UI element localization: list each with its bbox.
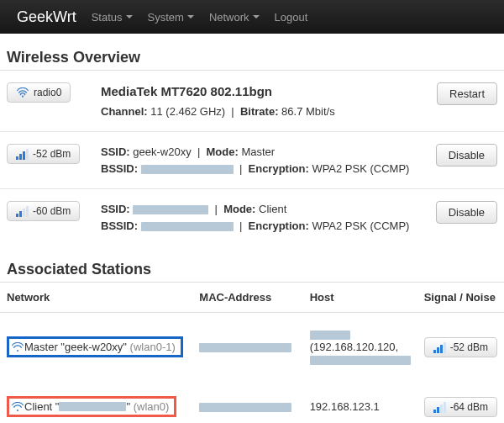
signal-bars-icon [16,148,29,160]
disable-button[interactable]: Disable [436,144,497,167]
net-suffix: " [126,400,130,413]
bssid-label: BSSID: [101,219,138,232]
navbar: GeekWrt Status System Network Logout [0,0,504,34]
signal-value: -52 dBm [33,148,71,160]
ssid-value: geek-w20xy [133,145,191,158]
network-cell-master[interactable]: Master "geek-w20xy" (wlan0-1) [7,336,183,357]
wifi-icon [11,402,24,412]
chevron-down-icon [187,15,194,19]
station-signal-client[interactable]: -64 dBm [424,397,497,417]
mode-label: Mode: [223,203,255,215]
radio0-label: radio0 [34,87,61,98]
radio-hw-row: radio0 MediaTek MT7620 802.11bgn Channel… [0,71,504,132]
net-prefix: Client " [24,400,59,413]
net-suffix: " [123,341,127,353]
svg-point-2 [17,409,18,410]
radio0-button[interactable]: radio0 [7,82,71,103]
signal-bars-icon [16,205,29,217]
channel-label: Channel: [101,105,148,118]
net-iface: (wlan0-1) [130,341,176,353]
station-signal-master[interactable]: -52 dBm [424,337,497,357]
net-iface: (wlan0) [134,400,170,413]
redacted-hostname [310,330,350,340]
station-signal-value: -64 dBm [450,401,488,413]
redacted-mac [199,343,291,352]
signal-badge-client[interactable]: -60 dBm [7,201,80,221]
stations-table: Network MAC-Address Host Signal / Noise … [0,282,504,423]
bitrate-value: 86.7 Mbit/s [281,105,335,118]
svg-point-0 [22,96,24,98]
channel-value: 11 (2.462 GHz) [150,105,225,118]
nav-logout[interactable]: Logout [275,11,308,24]
wireless-overview-section: radio0 MediaTek MT7620 802.11bgn Channel… [0,70,504,246]
mode-value: Client [259,203,286,215]
associated-stations-heading: Associated Stations [7,261,504,278]
net-prefix: Master " [24,341,65,353]
brand: GeekWrt [17,8,76,26]
station-row: Master "geek-w20xy" (wlan0-1) (192.168.1… [0,313,504,382]
redacted-bssid [141,222,234,231]
ssid-row-client: -60 dBm SSID: | Mode: Client BSSID: | En… [0,189,504,246]
redacted-ssid [59,402,126,411]
host-ip: (192.168.120.120, [310,341,399,353]
chevron-down-icon [126,15,133,19]
nav-network[interactable]: Network [209,11,260,24]
encryption-value: WPA2 PSK (CCMP) [312,162,409,175]
station-signal-value: -52 dBm [450,341,488,353]
signal-badge-master[interactable]: -52 dBm [7,144,80,164]
ssid-label: SSID: [101,203,130,215]
encryption-value: WPA2 PSK (CCMP) [312,219,409,232]
nav-system[interactable]: System [148,11,194,24]
bssid-label: BSSID: [101,162,138,175]
disable-button[interactable]: Disable [436,201,497,224]
svg-point-1 [17,349,18,351]
signal-value: -60 dBm [33,205,71,217]
signal-bars-icon [433,401,447,413]
mode-label: Mode: [207,145,239,158]
ssid-label: SSID: [101,145,130,158]
restart-button[interactable]: Restart [437,82,497,105]
bitrate-label: Bitrate: [240,105,279,118]
encryption-label: Encryption: [249,219,309,232]
net-name: geek-w20xy [65,341,123,353]
host-ip: 192.168.123.1 [310,400,380,413]
network-cell-client[interactable]: Client "" (wlan0) [7,396,176,417]
redacted-host-extra [310,356,411,365]
chevron-down-icon [253,15,260,19]
col-network: Network [0,283,192,313]
nav-status[interactable]: Status [92,11,133,24]
ssid-row-master: -52 dBm SSID: geek-w20xy | Mode: Master … [0,132,504,189]
col-host: Host [303,283,417,313]
col-mac: MAC-Address [192,283,302,313]
redacted-bssid [141,165,234,174]
hardware-name: MediaTek MT7620 802.11bgn [101,82,420,102]
station-row: Client "" (wlan0) 192.168.123.1 -64 dBm [0,381,504,423]
redacted-mac [199,403,291,412]
signal-bars-icon [433,341,447,353]
col-signal: Signal / Noise [417,283,504,313]
mode-value: Master [241,145,275,158]
redacted-ssid [133,205,208,214]
wifi-icon [16,87,29,98]
wireless-overview-heading: Wireless Overview [7,49,504,66]
encryption-label: Encryption: [249,162,309,175]
wifi-icon [11,342,24,352]
